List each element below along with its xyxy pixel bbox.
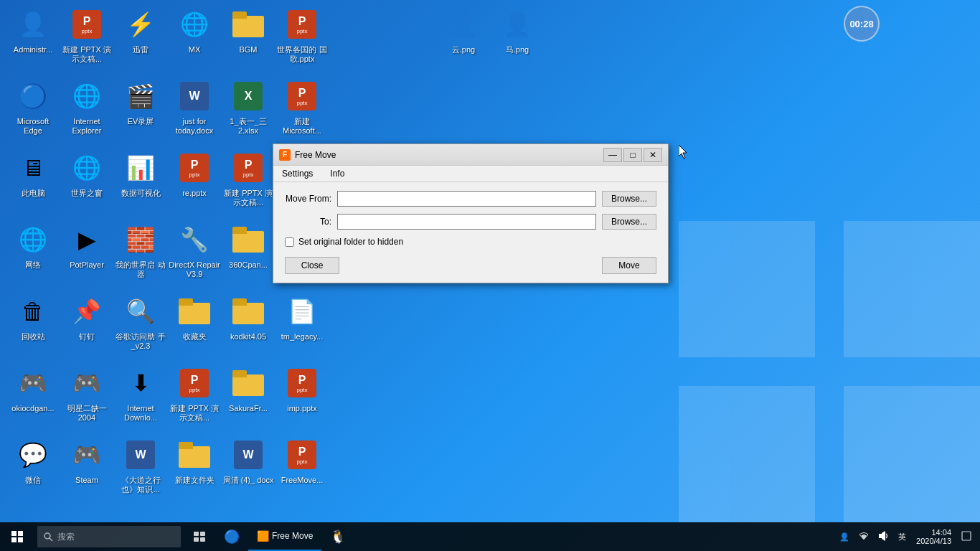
desktop-icon-google[interactable]: 🔍谷歌访问助 手_v2.3	[113, 294, 168, 352]
desktop-icon-freemove[interactable]: P pptx FreeMove...	[275, 438, 329, 486]
desktop-icon-fav[interactable]: 收藏夹	[167, 294, 222, 342]
icon-img-ie: 🌐	[70, 79, 104, 113]
move-button[interactable]: Move	[602, 257, 656, 274]
free-move-dialog[interactable]: F Free Move — □ ✕ Settings Info Move Fro…	[273, 143, 669, 283]
move-from-input[interactable]	[337, 191, 596, 207]
desktop-icon-pptx2[interactable]: P pptx 世界各国的 国歌.pptx	[275, 7, 329, 65]
icon-img-pptx1: P pptx	[70, 7, 104, 42]
taskbar-ime-icon[interactable]: 英	[895, 532, 909, 542]
desktop-icon-imppptx[interactable]: P pptx imp.pptx	[275, 366, 329, 414]
desktop-icon-newfolder[interactable]: 新建文件夹	[167, 438, 222, 486]
icon-img-imppptx: P pptx	[285, 366, 319, 400]
desktop-icon-pptx4[interactable]: P pptx 新建 PPTX 演示文稿...	[221, 151, 275, 208]
desktop-icon-cpan[interactable]: 360Cpan...	[221, 222, 275, 270]
desktop-icon-justfor[interactable]: W just for today.docx	[167, 79, 222, 136]
icon-img-shijiez: 🌐	[70, 151, 104, 185]
desktop-icon-mx[interactable]: 🌐MX	[167, 7, 222, 55]
desktop-icon-admin[interactable]: 👤Administr...	[6, 7, 60, 55]
desktop-icon-ma[interactable]: 👤马.png	[490, 7, 545, 55]
icon-label-admin: Administr...	[12, 44, 54, 55]
close-action-button[interactable]: Close	[285, 257, 339, 274]
icon-label-dataviz: 数据可视化	[120, 188, 162, 199]
desktop-icon-potplayer[interactable]: ▶PotPlayer	[60, 222, 114, 270]
icon-img-repptx: P pptx	[177, 151, 212, 185]
taskbar-search[interactable]: 搜索	[37, 526, 181, 547]
svg-rect-11	[879, 534, 882, 538]
to-label: To:	[285, 217, 331, 227]
menu-info[interactable]: Info	[321, 167, 353, 180]
hidden-checkbox[interactable]	[285, 237, 294, 247]
icon-label-shijiez: 世界之窗	[70, 188, 104, 199]
desktop-icon-edge[interactable]: 🔵Microsoft Edge	[6, 79, 60, 136]
taskbar-app-qq[interactable]: 🐧	[321, 522, 354, 551]
desktop-icon-excel[interactable]: X 1_表一_三 2.xlsx	[221, 79, 275, 136]
desktop-icon-steam[interactable]: 🎮Steam	[60, 438, 114, 486]
icon-label-sakura: SakuraFr...	[227, 403, 269, 414]
taskbar-people-icon[interactable]: 👤	[837, 532, 852, 542]
taskbar-volume-icon[interactable]	[875, 531, 892, 542]
taskbar-middle: 🔵 🟧 Free Move 🐧	[215, 522, 831, 551]
icon-label-repptx: re.pptx	[181, 188, 208, 199]
desktop-icon-dadaozhi[interactable]: W 《大道之行 也》知识...	[113, 438, 168, 495]
desktop-icon-sakura[interactable]: SakuraFr...	[221, 366, 275, 414]
start-button[interactable]	[0, 522, 34, 551]
desktop-icon-recycle[interactable]: 🗑回收站	[6, 294, 60, 342]
to-input[interactable]	[337, 214, 596, 230]
icon-img-pptx3: P pptx	[285, 79, 319, 113]
desktop-icon-thispc[interactable]: 🖥此电脑	[6, 151, 60, 199]
desktop-icon-kodkit[interactable]: kodkit4.05	[221, 294, 275, 342]
task-view-button[interactable]	[184, 522, 215, 551]
desktop-icon-yun[interactable]: 👤云.png	[436, 7, 491, 55]
desktop-icon-tmlegacy[interactable]: 📄tm_legacy...	[275, 294, 329, 342]
clock-time: 14:04	[916, 528, 951, 537]
browse-from-button[interactable]: Browse...	[602, 191, 656, 207]
taskbar-clock[interactable]: 14:04 2020/4/13	[912, 528, 956, 545]
desktop-icon-pptx7[interactable]: P pptx 新建 PPTX 演示文稿...	[167, 366, 222, 423]
taskbar-network-icon[interactable]	[855, 531, 872, 542]
icon-label-excel: 1_表一_三 2.xlsx	[221, 116, 275, 136]
desktop-icon-bgm[interactable]: BGM	[221, 7, 275, 55]
icon-img-mx: 🌐	[177, 7, 212, 42]
minimize-button[interactable]: —	[603, 148, 622, 162]
desktop-icon-pptx1[interactable]: P pptx 新建 PPTX 演示文稿...	[60, 7, 114, 65]
desktop-icon-dingding[interactable]: 📌钉钉	[60, 294, 114, 342]
icon-img-directx: 🔧	[177, 222, 212, 257]
desktop-icon-network[interactable]: 🌐网络	[6, 222, 60, 270]
desktop-icon-minecraft[interactable]: 🧱我的世界启 动器	[113, 222, 168, 280]
desktop-icon-shijiez[interactable]: 🌐世界之窗	[60, 151, 114, 199]
desktop-icon-mingxing[interactable]: 🎮明星二缺一 2004	[60, 366, 114, 423]
maximize-button[interactable]: □	[623, 148, 642, 162]
desktop-icon-dataviz[interactable]: 📊数据可视化	[113, 151, 168, 199]
icon-label-ev: EV录屏	[126, 116, 156, 127]
icon-label-ma: 马.png	[504, 44, 530, 55]
icon-label-fav: 收藏夹	[182, 331, 208, 342]
svg-rect-10	[200, 537, 205, 542]
icon-label-pptx3: 新建 Microsoft...	[275, 116, 329, 136]
icon-img-steam: 🎮	[70, 438, 104, 472]
desktop-icon-wechat[interactable]: 💬微信	[6, 438, 60, 486]
icon-img-wechat: 💬	[16, 438, 50, 472]
taskbar-app-freemove[interactable]: 🟧 Free Move	[248, 522, 321, 551]
taskbar-app-edge[interactable]: 🔵	[215, 522, 248, 551]
desktop-icon-directx[interactable]: 🔧DirectX Repair V3.9	[167, 222, 222, 280]
notification-button[interactable]	[958, 531, 974, 542]
desktop-icon-xunlei[interactable]: ⚡迅雷	[113, 7, 168, 55]
desktop-icon-ev[interactable]: 🎬EV录屏	[113, 79, 168, 127]
menu-settings[interactable]: Settings	[273, 167, 321, 180]
close-button[interactable]: ✕	[644, 148, 662, 162]
icon-img-xunlei: ⚡	[123, 7, 158, 42]
desktop-icon-okio[interactable]: 🎮okiocdgan...	[6, 366, 60, 414]
desktop-icon-pptx3[interactable]: P pptx 新建 Microsoft...	[275, 79, 329, 136]
dialog-titlebar[interactable]: F Free Move — □ ✕	[273, 144, 668, 166]
icon-img-fav	[177, 294, 212, 329]
dialog-content: Move From: Browse... To: Browse... Set o…	[273, 182, 668, 283]
desktop-icon-ie[interactable]: 🌐Internet Explorer	[60, 79, 114, 136]
icon-img-excel: X	[231, 79, 265, 113]
desktop-icon-zhouqing[interactable]: W 周清 (4)_ docx	[221, 438, 275, 486]
desktop-icon-repptx[interactable]: P pptx re.pptx	[167, 151, 222, 199]
svg-rect-8	[200, 532, 205, 536]
icon-img-pptx2: P pptx	[285, 7, 319, 42]
browse-to-button[interactable]: Browse...	[602, 214, 656, 230]
desktop-icon-idm[interactable]: ⬇Internet Downlo...	[113, 366, 168, 423]
icon-label-dadaozhi: 《大道之行 也》知识...	[113, 475, 168, 495]
